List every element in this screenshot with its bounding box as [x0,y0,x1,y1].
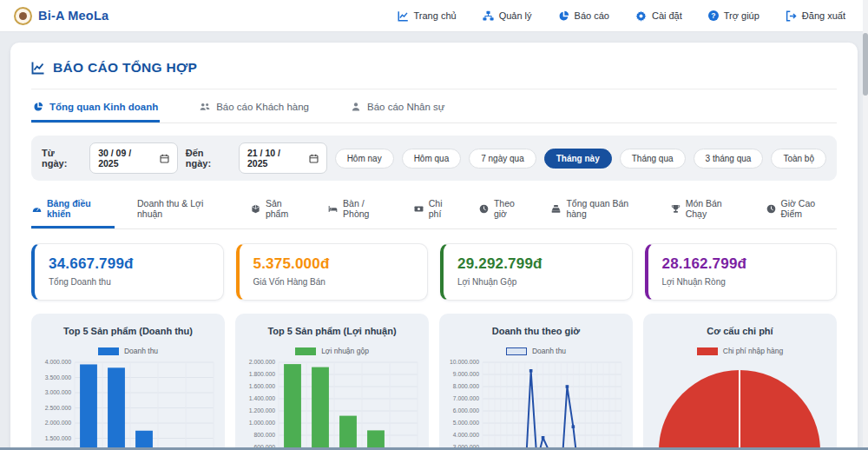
tab-business-overview[interactable]: Tổng quan Kinh doanh [31,91,160,122]
nav-menu: Trang chủ Quản lý Báo cáo Cài đặt ? Trợ … [398,10,845,22]
kpi-net-profit: 28.162.799đ Lợi Nhuận Ròng [645,243,838,301]
nav-item-help[interactable]: ? Trợ giúp [708,10,760,21]
brand-name: Bi-A MeoLa [38,9,108,23]
svg-text:3.000.000: 3.000.000 [45,389,71,395]
kpi-gross-profit: 29.292.799đ Lợi Nhuận Gộp [440,243,633,301]
svg-text:2.000.000: 2.000.000 [45,420,71,426]
nav-item-label: Đăng xuất [802,10,845,21]
chart-title: Doanh thu theo giờ [446,326,626,336]
subtab-products[interactable]: Sản phẩm [250,191,306,228]
nav-item-home[interactable]: Trang chủ [398,10,457,22]
chart-cost-structure: Cơ cấu chi phí Chi phí nhập hàng [643,314,837,450]
tab-hr-report[interactable]: Báo cáo Nhân sự [349,91,447,122]
from-date-input[interactable]: 30 / 09 / 2025 [89,142,178,174]
kpi-value: 29.292.799đ [457,255,618,273]
svg-text:9.000.000: 9.000.000 [453,371,479,377]
date-filter-bar: Từ ngày: 30 / 09 / 2025 Đến ngày: 21 / 1… [31,136,837,181]
expenses-icon [414,204,424,214]
quick-filter-yesterday[interactable]: Hôm qua [402,149,462,169]
subtab-expenses[interactable]: Chi phí [413,191,457,228]
quick-filter-this-month[interactable]: Tháng này [544,149,612,169]
table-room-icon [328,204,338,214]
clock-icon [766,204,776,214]
subtab-best-sellers[interactable]: Món Bán Chạy [670,191,744,228]
subtab-revenue-profit[interactable]: Doanh thu & Lợi nhuận [136,191,228,228]
quick-filter-today[interactable]: Hôm nay [335,149,394,169]
calendar-icon [160,154,169,163]
nav-item-manage[interactable]: Quản lý [483,10,532,22]
page-title: BÁO CÁO TỔNG HỢP [31,60,837,76]
nav-item-label: Báo cáo [575,10,609,21]
chart-line-icon [31,61,45,75]
quick-filter-3months[interactable]: 3 tháng qua [694,149,764,169]
legend-swatch [506,347,527,355]
charts-row: Top 5 Sản phẩm (Doanh thu) Doanh thu 050… [31,314,837,450]
kpi-label: Giá Vốn Hàng Bán [253,277,414,287]
legend-swatch [697,347,718,355]
dashboard-icon [32,204,42,214]
svg-text:8.000.000: 8.000.000 [453,383,479,389]
chart-legend: Doanh thu [446,347,626,355]
sitemap-icon [483,10,494,22]
report-tabs: Tổng quan Kinh doanh Báo cáo Khách hàng … [31,91,837,123]
chart-title: Top 5 Sản phẩm (Doanh thu) [38,326,218,336]
nav-item-reports[interactable]: Báo cáo [558,10,609,22]
svg-text:6.000.000: 6.000.000 [453,407,479,414]
chart-title: Cơ cấu chi phí [650,326,830,336]
subtab-sales-overview[interactable]: Tổng quan Bán hàng [550,191,648,228]
svg-text:1.800.000: 1.800.000 [249,371,275,377]
subtab-peak-hours[interactable]: Giờ Cao Điểm [766,191,837,228]
svg-text:5.000.000: 5.000.000 [453,420,479,426]
pie-chart-icon [558,10,569,22]
line-chart-canvas: 01.000.0002.000.0003.000.0004.000.0005.0… [446,359,626,450]
products-icon [251,204,260,214]
svg-text:2.500.000: 2.500.000 [45,405,71,411]
chart-top5-profit: Top 5 Sản phẩm (Lợi nhuận) Lợi nhuận gộp… [235,314,429,450]
quick-filter-all[interactable]: Toàn bộ [771,149,826,169]
brand-logo[interactable]: Bi-A MeoLa [14,7,108,25]
page-scrollbar[interactable] [863,0,868,450]
quick-filter-last-month[interactable]: Tháng qua [620,149,686,169]
svg-text:3.500.000: 3.500.000 [45,374,71,381]
chart-title: Top 5 Sản phẩm (Lợi nhuận) [242,326,422,336]
bar-chart-canvas: 0500.0001.000.0001.500.0002.000.0002.500… [38,359,218,450]
kpi-value: 28.162.799đ [662,255,823,273]
subtab-dashboard[interactable]: Bảng điều khiển [31,191,115,228]
nav-item-label: Quản lý [499,10,532,21]
kpi-row: 34.667.799đ Tổng Doanh thu 5.375.000đ Gi… [31,243,837,301]
calendar-icon [309,154,319,163]
chart-legend: Chi phí nhập hàng [650,347,830,355]
nav-item-logout[interactable]: Đăng xuất [786,10,845,22]
svg-text:1.200.000: 1.200.000 [249,407,275,414]
pie-chart-icon [33,102,43,112]
trophy-icon [671,204,681,214]
tab-customer-report[interactable]: Báo cáo Khách hàng [198,91,311,122]
subtab-table-room[interactable]: Bàn / Phòng [327,191,391,228]
scrollbar-thumb[interactable] [863,33,868,96]
chart-hourly-revenue: Doanh thu theo giờ Doanh thu 01.000.0002… [439,314,633,450]
kpi-value: 5.375.000đ [253,255,414,273]
pie-chart-canvas [650,359,830,450]
quick-filter-7days[interactable]: 7 ngày qua [469,149,536,169]
chart-legend: Doanh thu [38,347,218,355]
from-date-label: Từ ngày: [42,148,82,169]
svg-text:800.000: 800.000 [253,432,275,438]
svg-text:4.000.000: 4.000.000 [45,359,71,365]
svg-text:1.600.000: 1.600.000 [249,383,275,389]
svg-text:4.000.000: 4.000.000 [453,432,479,438]
cat-badge-icon [14,7,32,25]
users-icon [200,102,210,112]
chart-top5-revenue: Top 5 Sản phẩm (Doanh thu) Doanh thu 050… [31,314,225,450]
subtab-hourly[interactable]: Theo giờ [478,191,529,228]
legend-swatch [98,347,119,355]
chart-legend: Lợi nhuận gộp [242,347,422,355]
kpi-label: Lợi Nhuận Gộp [457,277,618,287]
to-date-input[interactable]: 21 / 10 / 2025 [239,142,327,174]
report-subtabs: Bảng điều khiển Doanh thu & Lợi nhuận Sả… [31,191,837,229]
user-icon [351,102,361,112]
nav-item-settings[interactable]: Cài đặt [635,10,682,22]
report-panel: BÁO CÁO TỔNG HỢP Tổng quan Kinh doanh Bá… [10,43,858,450]
svg-text:2.000.000: 2.000.000 [249,359,275,365]
svg-text:10.000.000: 10.000.000 [450,359,479,365]
nav-item-label: Cài đặt [652,10,682,21]
